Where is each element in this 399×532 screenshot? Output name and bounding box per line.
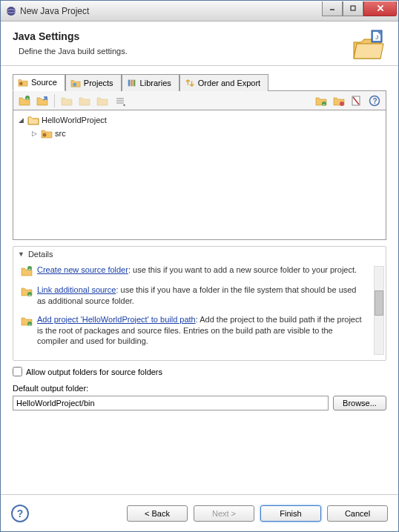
add-source-folder-button[interactable]: + bbox=[16, 93, 33, 109]
dialog-header: Java Settings Define the Java build sett… bbox=[1, 21, 398, 66]
tree-root-label: HelloWorldProject bbox=[42, 116, 107, 124]
cancel-button[interactable]: Cancel bbox=[327, 505, 388, 522]
tab-label: Libraries bbox=[140, 79, 171, 87]
svg-text:+: + bbox=[28, 293, 31, 297]
next-button: Next > bbox=[194, 505, 254, 522]
source-folder-icon bbox=[41, 127, 53, 139]
footer-help-button[interactable]: ? bbox=[11, 505, 29, 522]
detail-text: : use this if you want to add a new sour… bbox=[128, 265, 357, 274]
exclude-button[interactable] bbox=[349, 93, 365, 109]
expand-toggle[interactable]: ◢ bbox=[16, 116, 25, 124]
expand-toggle[interactable]: ▷ bbox=[30, 130, 39, 137]
details-title: Details bbox=[28, 250, 53, 259]
svg-point-17 bbox=[340, 102, 344, 106]
scrollbar-thumb[interactable] bbox=[375, 290, 383, 316]
help-button[interactable]: ? bbox=[366, 93, 383, 109]
link-source-button[interactable] bbox=[34, 93, 50, 109]
details-scrollbar[interactable] bbox=[374, 266, 384, 355]
svg-text:+: + bbox=[28, 322, 31, 326]
add-project-buildpath-icon: + bbox=[21, 315, 33, 327]
source-tree[interactable]: ◢ HelloWorldProject ▷ src bbox=[13, 110, 386, 240]
add-to-buildpath-button[interactable]: + bbox=[313, 93, 329, 109]
toolbar-separator bbox=[54, 94, 55, 107]
detail-link-source: + Link additional source: use this if yo… bbox=[21, 285, 378, 307]
order-export-icon bbox=[185, 78, 195, 88]
close-button[interactable] bbox=[363, 1, 397, 16]
svg-rect-3 bbox=[351, 6, 355, 10]
tree-child-label: src bbox=[55, 129, 66, 138]
java-settings-banner-icon: J bbox=[351, 27, 386, 63]
remove-button bbox=[76, 93, 93, 109]
dialog-footer: ? < Back Next > Finish Cancel bbox=[1, 494, 398, 531]
svg-text:?: ? bbox=[373, 97, 377, 105]
allow-output-folders-label: Allow output folders for source folders bbox=[26, 368, 162, 376]
edit-button bbox=[59, 93, 75, 109]
dialog-window: New Java Project Java Settings Define th… bbox=[0, 0, 399, 532]
dialog-body: Source Projects Libraries Order and Expo… bbox=[1, 66, 398, 418]
add-project-buildpath-link[interactable]: Add project 'HelloWorldProject' to build… bbox=[37, 315, 196, 324]
tab-bar: Source Projects Libraries Order and Expo… bbox=[13, 73, 386, 91]
svg-text:+: + bbox=[28, 267, 31, 271]
source-folder-icon bbox=[18, 77, 28, 87]
tab-order-export[interactable]: Order and Export bbox=[179, 74, 268, 91]
tab-source[interactable]: Source bbox=[13, 74, 65, 91]
tab-label: Order and Export bbox=[198, 79, 260, 87]
allow-output-folders-row[interactable]: Allow output folders for source folders bbox=[13, 367, 386, 376]
finish-button[interactable]: Finish bbox=[260, 505, 321, 522]
project-folder-icon bbox=[27, 114, 39, 126]
svg-text:J: J bbox=[375, 34, 378, 41]
svg-rect-9 bbox=[73, 83, 76, 86]
window-title: New Java Project bbox=[20, 6, 322, 16]
svg-point-22 bbox=[43, 133, 47, 137]
titlebar[interactable]: New Java Project bbox=[1, 1, 398, 21]
create-source-folder-link[interactable]: Create new source folder bbox=[37, 265, 128, 274]
back-button[interactable]: < Back bbox=[127, 505, 188, 522]
dropdown-button[interactable] bbox=[112, 93, 128, 109]
tab-libraries[interactable]: Libraries bbox=[122, 74, 179, 91]
svg-rect-11 bbox=[131, 79, 133, 86]
detail-add-to-buildpath: + Add project 'HelloWorldProject' to bui… bbox=[21, 314, 378, 348]
svg-text:+: + bbox=[323, 102, 326, 106]
svg-rect-12 bbox=[133, 79, 135, 86]
eclipse-icon bbox=[5, 5, 17, 17]
tab-label: Source bbox=[31, 78, 57, 87]
default-output-label: Default output folder: bbox=[13, 384, 386, 393]
tab-label: Projects bbox=[84, 79, 113, 87]
default-output-input[interactable] bbox=[13, 396, 329, 410]
remove-from-buildpath-button[interactable] bbox=[331, 93, 347, 109]
page-title: Java Settings bbox=[13, 30, 386, 42]
toggle-button bbox=[94, 93, 111, 109]
details-toggle[interactable]: ▼ Details bbox=[13, 247, 386, 262]
tree-root-row[interactable]: ◢ HelloWorldProject bbox=[16, 113, 383, 127]
page-subtitle: Define the Java build settings. bbox=[19, 47, 386, 56]
svg-rect-10 bbox=[128, 79, 130, 86]
projects-icon bbox=[70, 78, 81, 88]
tab-projects[interactable]: Projects bbox=[65, 74, 122, 91]
minimize-button[interactable] bbox=[322, 1, 343, 16]
source-toolbar: + + ? bbox=[13, 91, 386, 110]
link-additional-source-link[interactable]: Link additional source bbox=[37, 285, 116, 294]
new-source-folder-icon: + bbox=[21, 265, 33, 277]
maximize-button[interactable] bbox=[343, 1, 363, 16]
detail-create-source-folder: + Create new source folder: use this if … bbox=[21, 265, 378, 277]
svg-point-8 bbox=[19, 82, 22, 85]
default-output-section: Default output folder: Browse... bbox=[13, 384, 386, 410]
link-source-icon: + bbox=[21, 285, 33, 297]
allow-output-folders-checkbox[interactable] bbox=[13, 367, 22, 376]
svg-text:+: + bbox=[26, 96, 29, 100]
browse-button[interactable]: Browse... bbox=[333, 396, 386, 410]
svg-point-0 bbox=[7, 7, 16, 16]
details-section: ▼ Details + Create new source folder: us… bbox=[13, 246, 386, 361]
libraries-icon bbox=[127, 78, 137, 88]
tree-child-row[interactable]: ▷ src bbox=[16, 127, 383, 140]
